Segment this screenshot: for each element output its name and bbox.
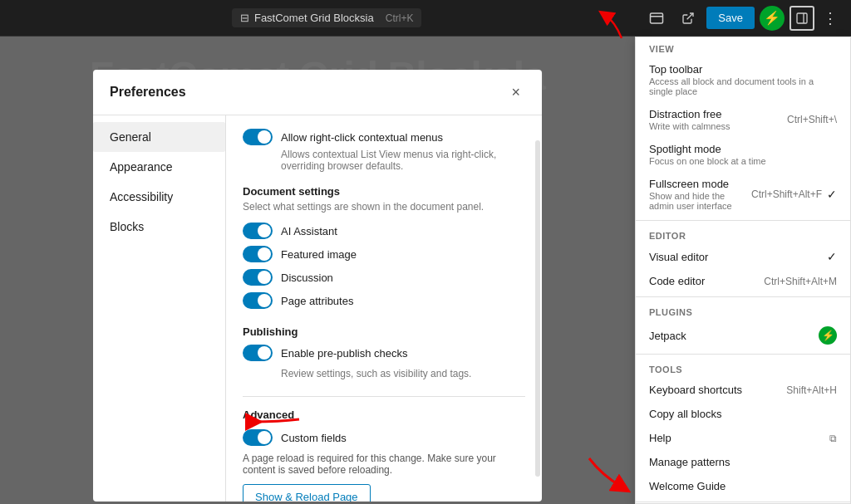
menu-item-copy-all-blocks[interactable]: Copy all blocks [636,402,850,426]
help-label: Help [649,432,671,444]
custom-fields-toggle[interactable] [243,429,273,446]
divider-3 [636,354,850,355]
spotlight-desc: Focus on one block at a time [649,156,766,166]
nav-item-appearance[interactable]: Appearance [93,152,225,182]
right-click-label: Allow right-click contextual menus [281,131,443,144]
nav-item-general[interactable]: General [93,122,225,152]
advanced-title: Advanced [243,409,525,421]
document-settings-section: Document settings Select what settings a… [243,185,525,309]
preferences-modal: Preferences × General Appearance Accessi… [93,70,542,502]
preferences-content: Allow right-click contextual menus Allow… [226,115,542,502]
page-attributes-toggle-row: Page attributes [243,292,525,309]
menu-item-jetpack[interactable]: Jetpack ⚡ [636,321,850,350]
view-section-label: VIEW [636,37,850,57]
sidebar-toggle-button[interactable] [790,6,814,31]
copy-all-blocks-label: Copy all blocks [649,408,721,420]
featured-image-toggle-row: Featured image [243,246,525,262]
options-dropdown-menu: VIEW Top toolbar Access all block and do… [635,37,851,504]
divider-2 [636,296,850,297]
fullscreen-label: Fullscreen mode [649,178,751,190]
distraction-free-desc: Write with calmness [649,121,730,131]
document-title: FastComet Grid Blocksia [254,12,374,24]
featured-image-label: Featured image [281,248,357,261]
save-button[interactable]: Save [706,7,755,29]
menu-item-top-toolbar[interactable]: Top toolbar Access all block and documen… [636,57,850,102]
command-palette-shortcut: Ctrl+K [386,12,414,24]
tools-section-label: TOOLS [636,358,850,378]
ai-assistant-toggle-row: AI Assistant [243,223,525,239]
menu-item-keyboard-shortcuts[interactable]: Keyboard shortcuts Shift+Alt+H [636,378,850,402]
menu-item-distraction-free[interactable]: Distraction free Write with calmness Ctr… [636,102,850,137]
nav-item-accessibility[interactable]: Accessibility [93,182,225,212]
ai-assistant-toggle[interactable] [243,223,273,239]
discussion-label: Discussion [281,272,333,284]
top-toolbar: ⊟ FastComet Grid Blocksia Ctrl+K Save ⚡ [0,0,851,37]
featured-image-toggle[interactable] [243,246,273,262]
document-settings-desc: Select what settings are shown in the do… [243,201,525,213]
pre-publish-label: Enable pre-publish checks [281,347,407,360]
pre-publish-toggle[interactable] [243,345,273,361]
menu-item-spotlight[interactable]: Spotlight mode Focus on one block at a t… [636,137,850,172]
distraction-free-shortcut: Ctrl+Shift+\ [787,114,837,125]
custom-fields-toggle-row: Custom fields [243,429,525,446]
code-editor-label: Code editor [649,275,705,287]
pre-publish-desc: Review settings, such as visibility and … [281,368,525,379]
command-palette-trigger[interactable]: ⊟ FastComet Grid Blocksia Ctrl+K [232,8,421,27]
toolbar-right: Save ⚡ ⋮ [643,5,841,32]
help-external-icon: ⧉ [829,433,837,444]
fullscreen-check-icon: ✓ [827,188,837,201]
show-reload-page-button[interactable]: Show & Reload Page [243,484,371,502]
menu-item-welcome-guide[interactable]: Welcome Guide [636,474,850,498]
scrollbar[interactable] [535,140,540,477]
more-options-button[interactable]: ⋮ [819,7,841,29]
visual-editor-check-icon: ✓ [827,250,837,263]
modal-body: General Appearance Accessibility Blocks … [93,115,542,502]
publishing-title: Publishing [243,325,525,338]
menu-item-help[interactable]: Help ⧉ [636,426,850,450]
jetpack-button[interactable]: ⚡ [760,6,785,31]
custom-fields-label: Custom fields [281,432,347,444]
divider-1 [636,220,850,221]
menu-item-visual-editor[interactable]: Visual editor ✓ [636,244,850,269]
preview-button[interactable] [643,5,670,32]
right-click-toggle-row: Allow right-click contextual menus [243,129,525,145]
view-post-button[interactable] [675,5,701,32]
editor-section-label: EDITOR [636,224,850,244]
right-click-desc: Allows contextual List View menus via ri… [281,149,525,172]
welcome-guide-label: Welcome Guide [649,480,726,492]
modal-title: Preferences [110,85,186,100]
preferences-nav: General Appearance Accessibility Blocks [93,115,226,502]
right-click-toggle[interactable] [243,129,273,145]
keyboard-shortcuts-shortcut: Shift+Alt+H [786,384,837,396]
top-toolbar-label: Top toolbar [649,63,837,76]
modal-overlay: Preferences × General Appearance Accessi… [0,37,635,504]
pre-publish-toggle-row: Enable pre-publish checks [243,345,525,361]
svg-rect-3 [797,13,807,23]
top-toolbar-desc: Access all block and document tools in a… [649,76,837,96]
publishing-section: Publishing Enable pre-publish checks Rev… [243,325,525,379]
document-settings-title: Document settings [243,185,525,198]
menu-item-manage-patterns[interactable]: Manage patterns [636,450,850,474]
nav-item-blocks[interactable]: Blocks [93,212,225,242]
keyboard-shortcuts-label: Keyboard shortcuts [649,384,742,396]
menu-item-fullscreen[interactable]: Fullscreen mode Show and hide the admin … [636,172,850,217]
discussion-toggle[interactable] [243,269,273,286]
svg-rect-0 [651,13,663,23]
custom-fields-warning: A page reload is required for this chang… [243,453,525,476]
discussion-toggle-row: Discussion [243,269,525,286]
page-attributes-toggle[interactable] [243,292,273,309]
svg-line-2 [687,13,693,19]
modal-close-button[interactable]: × [506,83,525,101]
jetpack-plugin-icon: ⚡ [819,326,837,345]
modal-header: Preferences × [93,70,542,115]
code-editor-shortcut: Ctrl+Shift+Alt+M [764,276,837,287]
fullscreen-shortcut: Ctrl+Shift+Alt+F [751,188,822,200]
jetpack-menu-label: Jetpack [649,330,686,342]
plugins-section-label: PLUGINS [636,301,850,321]
ai-assistant-label: AI Assistant [281,225,337,237]
advanced-section: Advanced Custom fields A page reload is … [243,396,525,502]
divider-4 [636,502,850,502]
menu-item-code-editor[interactable]: Code editor Ctrl+Shift+Alt+M [636,269,850,293]
spotlight-label: Spotlight mode [649,143,766,155]
page-attributes-label: Page attributes [281,295,353,307]
